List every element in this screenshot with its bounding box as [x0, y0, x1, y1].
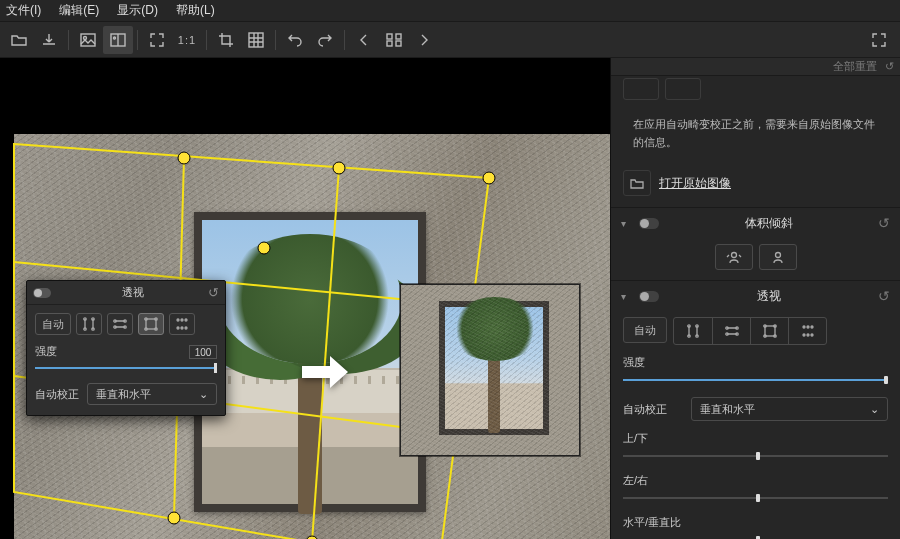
volume-mode-b-icon[interactable] — [759, 244, 797, 270]
popup-mode-8point-icon[interactable] — [169, 313, 195, 335]
popup-autocorrect-select[interactable]: 垂直和水平 ⌄ — [87, 383, 217, 405]
reset-all-button[interactable]: 全部重置 — [833, 59, 877, 74]
svg-point-55 — [803, 326, 805, 328]
section-enable-toggle[interactable] — [639, 218, 659, 229]
svg-rect-5 — [387, 34, 392, 39]
popup-mode-auto[interactable]: 自动 — [35, 313, 71, 335]
mode-rectangle-icon[interactable] — [750, 318, 788, 344]
image-canvas[interactable]: 透视 ↺ 自动 强度 100 — [0, 58, 610, 539]
section-volume-tilt: ▾ 体积倾斜 ↺ — [611, 207, 900, 280]
svg-rect-50 — [765, 326, 775, 336]
undo-button[interactable] — [280, 26, 310, 54]
collapse-toggle[interactable]: ▾ — [621, 218, 631, 229]
autocorrect-select[interactable]: 垂直和水平 ⌄ — [691, 397, 888, 421]
grid-icon[interactable] — [241, 26, 271, 54]
svg-point-35 — [181, 319, 183, 321]
section-reset-icon[interactable]: ↺ — [878, 288, 890, 304]
popup-mode-rectangle-icon[interactable] — [138, 313, 164, 335]
side-panel: 全部重置 ↺ 在应用自动畸变校正之前，需要来自原始图像文件的信息。 打开原始图像… — [610, 58, 900, 539]
popup-mode-vertical-icon[interactable] — [76, 313, 102, 335]
section-perspective: ▾ 透视 ↺ 自动 — [611, 280, 900, 539]
svg-point-59 — [807, 334, 809, 336]
corrected-preview — [400, 284, 580, 456]
popup-intensity-value[interactable]: 100 — [189, 345, 217, 359]
svg-point-41 — [775, 253, 780, 258]
fit-screen-icon[interactable] — [142, 26, 172, 54]
section-title: 透视 — [667, 288, 870, 305]
chevron-down-icon: ⌄ — [870, 403, 879, 416]
volume-mode-a-icon[interactable] — [715, 244, 753, 270]
compare-image-icon[interactable] — [103, 26, 133, 54]
mode-8point-icon[interactable] — [788, 318, 826, 344]
svg-rect-29 — [146, 319, 156, 329]
redo-button[interactable] — [310, 26, 340, 54]
section-title: 体积倾斜 — [667, 215, 870, 232]
leftright-slider[interactable] — [623, 491, 888, 505]
leftright-label: 左/右 — [623, 473, 648, 488]
menu-edit[interactable]: 编辑(E) — [59, 2, 99, 19]
popup-title: 透视 — [57, 285, 208, 300]
mode-horizontal-icon[interactable] — [712, 318, 750, 344]
svg-point-40 — [731, 253, 736, 258]
popup-mode-horizontal-icon[interactable] — [107, 313, 133, 335]
popup-autocorrect-label: 自动校正 — [35, 387, 79, 402]
menu-view[interactable]: 显示(D) — [117, 2, 158, 19]
distortion-info-message: 在应用自动畸变校正之前，需要来自原始图像文件的信息。 — [623, 108, 888, 161]
svg-point-37 — [177, 327, 179, 329]
popup-intensity-slider[interactable]: 100 — [35, 361, 217, 375]
single-image-icon[interactable] — [73, 26, 103, 54]
menu-file[interactable]: 文件(I) — [6, 2, 41, 19]
svg-rect-7 — [387, 41, 392, 46]
section-reset-icon[interactable]: ↺ — [878, 215, 890, 231]
collapse-toggle[interactable]: ▾ — [621, 291, 631, 302]
perspective-popup[interactable]: 透视 ↺ 自动 强度 100 — [26, 280, 226, 416]
fullscreen-button[interactable] — [864, 26, 894, 54]
mode-vertical-icon[interactable] — [674, 318, 712, 344]
popup-enable-toggle[interactable] — [33, 288, 51, 298]
svg-point-34 — [177, 319, 179, 321]
prev-image-button[interactable] — [349, 26, 379, 54]
open-folder-button[interactable] — [4, 26, 34, 54]
crop-icon[interactable] — [211, 26, 241, 54]
menu-bar: 文件(I) 编辑(E) 显示(D) 帮助(L) — [0, 0, 900, 22]
svg-rect-8 — [396, 41, 401, 46]
popup-intensity-label: 强度 — [35, 344, 57, 359]
svg-rect-6 — [396, 34, 401, 39]
export-button[interactable] — [34, 26, 64, 54]
reset-all-icon[interactable]: ↺ — [885, 60, 894, 73]
folder-icon — [623, 170, 651, 196]
svg-point-39 — [185, 327, 187, 329]
updown-slider[interactable] — [623, 449, 888, 463]
section-enable-toggle[interactable] — [639, 291, 659, 302]
arrow-icon — [298, 352, 352, 392]
preset-slot-1[interactable] — [623, 78, 659, 100]
open-original-link[interactable]: 打开原始图像 — [659, 175, 731, 192]
svg-point-3 — [114, 37, 116, 39]
svg-point-56 — [807, 326, 809, 328]
svg-point-57 — [811, 326, 813, 328]
svg-point-58 — [803, 334, 805, 336]
hvratio-label: 水平/垂直比 — [623, 515, 681, 530]
intensity-slider[interactable] — [623, 373, 888, 387]
toolbar: 1:1 — [0, 22, 900, 58]
perspective-auto-button[interactable]: 自动 — [623, 317, 667, 343]
perspective-mode-group — [673, 317, 827, 345]
intensity-value[interactable] — [854, 355, 888, 370]
next-image-button[interactable] — [409, 26, 439, 54]
svg-rect-0 — [81, 34, 95, 46]
thumbnails-icon[interactable] — [379, 26, 409, 54]
svg-point-60 — [811, 334, 813, 336]
updown-label: 上/下 — [623, 431, 648, 446]
chevron-down-icon: ⌄ — [199, 388, 208, 401]
svg-point-38 — [181, 327, 183, 329]
autocorrect-label: 自动校正 — [623, 402, 681, 417]
zoom-1to1-button[interactable]: 1:1 — [172, 26, 202, 54]
preset-slot-2[interactable] — [665, 78, 701, 100]
intensity-label: 强度 — [623, 355, 645, 370]
svg-point-36 — [185, 319, 187, 321]
menu-help[interactable]: 帮助(L) — [176, 2, 215, 19]
popup-reset-icon[interactable]: ↺ — [208, 285, 219, 300]
hvratio-slider[interactable] — [623, 533, 888, 539]
svg-rect-4 — [249, 33, 263, 47]
